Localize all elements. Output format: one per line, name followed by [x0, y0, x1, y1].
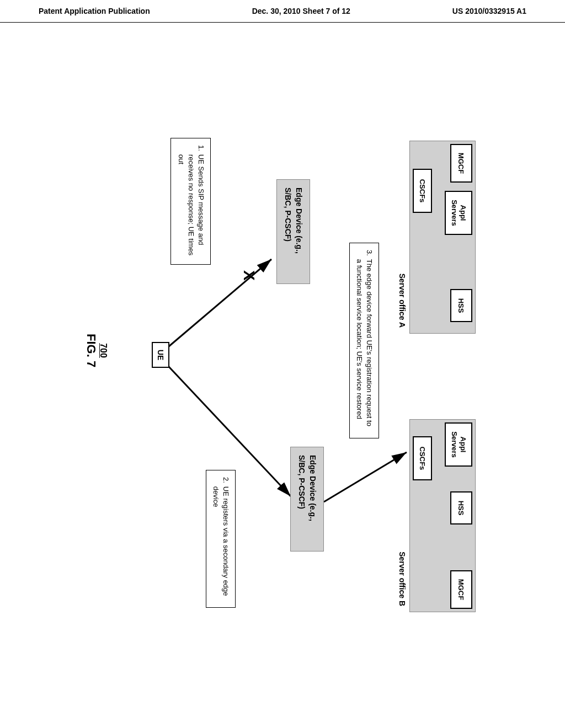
svg-line-2 [324, 452, 407, 502]
header-center: Dec. 30, 2010 Sheet 7 of 12 [252, 7, 350, 15]
step-3-num: 3. [354, 250, 374, 256]
header-right: US 2010/0332915 A1 [452, 7, 526, 15]
hss-box-b: HSS [450, 491, 472, 524]
office-b-label: Server office B [398, 552, 407, 606]
header-left: Patent Application Publication [39, 7, 150, 15]
step-2-num: 2. [211, 477, 231, 483]
diagram: MGCF Appl Servers HSS CSCFs Server offic… [89, 116, 476, 612]
cscfs-box-b: CSCFs [413, 436, 432, 480]
callout-step-2: 2. UE registers via a secondary edge dev… [206, 470, 236, 608]
callout-step-3: 3. The edge device forward UE's registra… [349, 243, 379, 438]
mgcf-box-a: MGCF [450, 144, 472, 183]
step-1-num: 1. [175, 145, 206, 151]
step-3-text: The edge device forward UE's registratio… [354, 259, 374, 431]
edge-device-b: Edge Device (e.g., S/BC, P-CSCF) [290, 447, 324, 552]
step-1-text: UE Sends SIP message and receives no res… [175, 154, 206, 258]
step-2-text: UE registers via a secondary edge device [211, 486, 231, 601]
failure-x-mark: X [240, 270, 258, 281]
figure-number: 700 [98, 334, 108, 367]
server-office-a: MGCF Appl Servers HSS CSCFs Server offic… [409, 141, 476, 334]
ue-box: UE [152, 342, 169, 368]
figure-label: 700 FIG. 7 [84, 334, 108, 367]
appl-servers-box-a: Appl Servers [445, 191, 472, 235]
figure-name: FIG. 7 [84, 334, 98, 367]
cscfs-box-a: CSCFs [413, 169, 432, 213]
office-a-label: Server office A [398, 274, 407, 328]
callout-step-1: 1. UE Sends SIP message and receives no … [170, 138, 211, 265]
appl-servers-box-b: Appl Servers [445, 422, 472, 467]
hss-box-a: HSS [450, 289, 472, 322]
edge-device-a: Edge Device (e.g., S/BC, P-CSCF) [276, 179, 310, 284]
server-office-b: Appl Servers HSS MGCF CSCFs Server offic… [409, 419, 476, 612]
page-header: Patent Application Publication Dec. 30, … [0, 0, 565, 23]
mgcf-box-b: MGCF [450, 570, 472, 609]
